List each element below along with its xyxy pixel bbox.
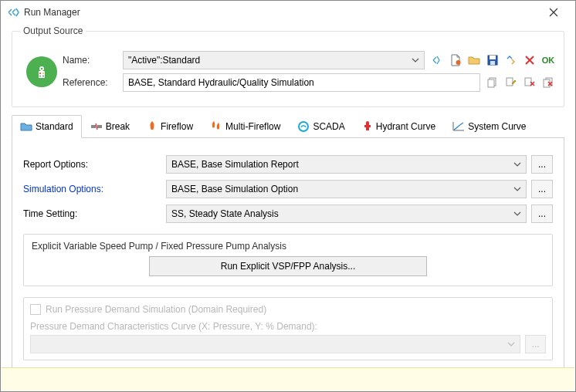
run-vsp-button[interactable]: Run Explicit VSP/FPP Analysis... [149,256,427,276]
simulation-options-value: BASE, Base Simulation Option [171,184,298,194]
pressure-demand-group: Run Pressure Demand Simulation (Domain R… [23,297,553,360]
tab-systemcurve[interactable]: System Curve [444,115,534,138]
new-doc-icon[interactable] [448,52,463,68]
svg-rect-16 [544,79,550,87]
svg-rect-2 [39,71,45,78]
tab-hydrantcurve-label: Hydrant Curve [376,121,435,132]
copy-ref-icon[interactable] [485,75,500,90]
open-folder-icon[interactable] [466,52,482,68]
pick-icon[interactable] [429,52,445,68]
pd-checkbox-label: Run Pressure Demand Simulation (Domain R… [46,304,266,315]
svg-rect-12 [488,79,494,87]
tab-multifireflow[interactable]: Multi-Fireflow [202,115,289,138]
time-setting-more-button[interactable]: ... [531,204,553,223]
svg-rect-10 [490,61,495,65]
tab-multifireflow-label: Multi-Fireflow [225,121,280,132]
ok-button[interactable]: OK [540,52,556,68]
svg-point-7 [456,60,461,65]
pd-curve-select [30,335,520,353]
name-select[interactable]: "Active":Standard [123,51,425,69]
svg-point-5 [39,75,41,76]
refresh-icon[interactable] [503,52,519,68]
svg-rect-9 [490,56,496,59]
report-options-label: Report Options: [23,159,166,170]
delete-icon[interactable] [522,52,537,68]
output-source-legend: Output Source [20,25,86,36]
pd-checkbox[interactable] [30,304,41,315]
tab-break-label: Break [106,121,130,132]
clear-ref-icon[interactable] [540,75,556,90]
vsp-group-title: Explicit Variable Speed Pump / Fixed Pre… [30,241,546,252]
report-options-select[interactable]: BASE, Base Simulation Report [166,155,527,174]
tab-panel-standard: Report Options: BASE, Base Simulation Re… [12,137,564,372]
pd-curve-label: Pressure Demand Characteristics Curve (X… [30,321,546,332]
tab-standard[interactable]: Standard [12,115,82,138]
tab-break[interactable]: Break [82,115,138,138]
module-icon [26,56,57,87]
name-label: Name: [63,55,123,66]
status-strip [2,367,574,390]
svg-rect-18 [97,125,102,128]
tab-scada[interactable]: SCADA [289,115,353,138]
time-setting-value: SS, Steady State Analysis [171,208,279,219]
svg-rect-21 [364,125,371,127]
title-bar: Run Manager [1,1,575,24]
svg-rect-14 [525,78,531,86]
time-setting-label: Time Setting: [23,208,166,219]
svg-point-6 [42,75,44,76]
delete-ref-icon[interactable] [522,75,537,90]
tab-standard-label: Standard [36,121,73,132]
svg-point-4 [42,73,44,74]
reference-label: Reference: [63,77,123,88]
svg-point-3 [39,73,41,74]
simulation-options-more-button[interactable]: ... [531,180,553,198]
vsp-group: Explicit Variable Speed Pump / Fixed Pre… [23,234,553,286]
time-setting-select[interactable]: SS, Steady State Analysis [166,204,527,223]
simulation-options-label: Simulation Options: [23,184,166,194]
name-value: "Active":Standard [128,55,200,66]
tab-scada-label: SCADA [313,121,344,132]
svg-rect-17 [91,125,96,128]
reference-value: BASE, Standard Hydraulic/Quality Simulat… [128,77,314,88]
save-icon[interactable] [485,52,500,68]
svg-point-1 [40,67,42,69]
report-options-more-button[interactable]: ... [531,155,553,174]
close-button[interactable] [538,1,569,24]
pd-curve-more-button: ... [525,335,546,353]
tab-fireflow[interactable]: Fireflow [138,115,202,138]
reference-input[interactable]: BASE, Standard Hydraulic/Quality Simulat… [123,73,480,92]
tab-strip: Standard Break Fireflow Multi-Fireflow S… [12,115,564,138]
edit-ref-icon[interactable] [503,75,519,90]
runmanager-icon [7,6,19,19]
window-title: Run Manager [24,7,538,18]
output-source-group: Output Source Name: "Active":Standard [12,25,564,107]
tab-systemcurve-label: System Curve [468,121,526,132]
tab-hydrantcurve[interactable]: Hydrant Curve [354,115,444,138]
svg-point-22 [366,121,369,124]
report-options-value: BASE, Base Simulation Report [171,159,299,170]
simulation-options-select[interactable]: BASE, Base Simulation Option [166,180,527,198]
svg-point-19 [299,122,308,131]
tab-fireflow-label: Fireflow [161,121,193,132]
svg-rect-13 [507,78,513,86]
